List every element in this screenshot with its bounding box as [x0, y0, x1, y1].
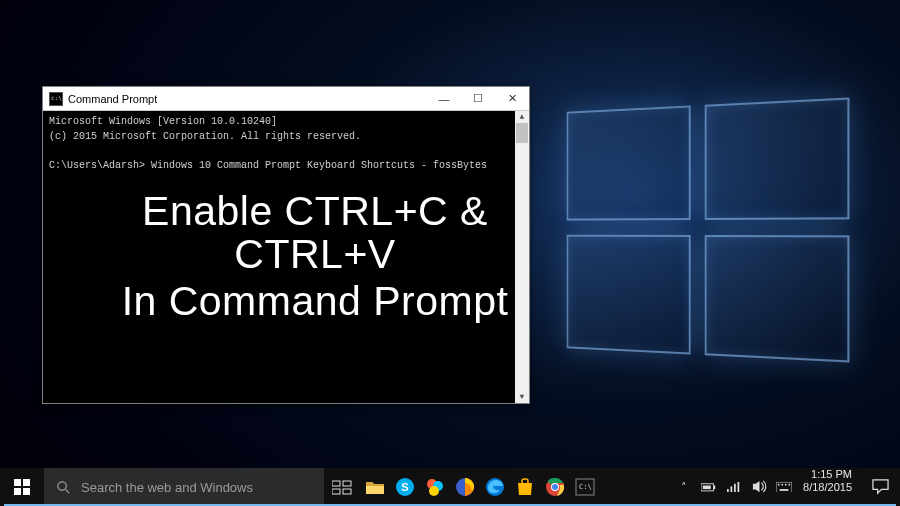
- minimize-button[interactable]: —: [427, 87, 461, 111]
- window-titlebar[interactable]: Command Prompt — ☐ ✕: [43, 87, 529, 111]
- terminal-line: [49, 144, 523, 159]
- svg-rect-7: [343, 481, 351, 486]
- svg-point-33: [781, 483, 783, 485]
- chrome-icon: [545, 477, 565, 497]
- volume-icon[interactable]: [750, 480, 768, 493]
- chrome-button[interactable]: [540, 477, 570, 497]
- svg-point-35: [789, 483, 791, 485]
- start-button[interactable]: [0, 468, 44, 506]
- svg-point-20: [552, 484, 558, 490]
- svg-point-4: [58, 481, 66, 489]
- caption-line-1: Enable CTRL+C & CTRL+V: [75, 190, 555, 276]
- svg-rect-29: [738, 482, 740, 493]
- photos-icon: [425, 477, 445, 497]
- maximize-button[interactable]: ☐: [461, 87, 495, 111]
- action-center-button[interactable]: [860, 468, 900, 506]
- svg-text:S: S: [401, 481, 408, 493]
- skype-icon: S: [395, 477, 415, 497]
- task-view-button[interactable]: [324, 468, 360, 506]
- svg-rect-3: [23, 488, 30, 495]
- overlay-caption: Enable CTRL+C & CTRL+V In Command Prompt: [75, 190, 555, 327]
- shopping-bag-icon: [515, 477, 535, 497]
- store-button[interactable]: [510, 477, 540, 497]
- svg-point-32: [778, 483, 780, 485]
- svg-rect-27: [731, 486, 733, 492]
- tray-chevron-up-icon[interactable]: ˄: [675, 481, 693, 494]
- windows-icon: [14, 479, 30, 495]
- svg-rect-1: [23, 479, 30, 486]
- svg-rect-6: [332, 481, 340, 486]
- svg-rect-24: [714, 485, 716, 489]
- file-explorer-button[interactable]: [360, 477, 390, 497]
- task-view-icon: [332, 479, 352, 495]
- cmd-icon: [49, 92, 63, 106]
- caption-line-2: In Command Prompt: [75, 276, 555, 327]
- clock-date: 8/18/2015: [803, 481, 852, 494]
- search-box[interactable]: Search the web and Windows: [44, 468, 324, 506]
- svg-point-14: [429, 486, 439, 496]
- search-icon: [56, 480, 71, 495]
- svg-rect-17: [522, 479, 528, 484]
- search-placeholder: Search the web and Windows: [81, 480, 253, 495]
- taskbar: Search the web and Windows S: [0, 468, 900, 506]
- close-button[interactable]: ✕: [495, 87, 529, 111]
- svg-rect-26: [727, 489, 729, 493]
- photos-button[interactable]: [420, 477, 450, 497]
- terminal-line: (c) 2015 Microsoft Corporation. All righ…: [49, 130, 523, 145]
- typed-command: Windows 10 Command Prompt Keyboard Short…: [145, 160, 487, 171]
- svg-rect-31: [780, 489, 789, 491]
- notification-icon: [872, 479, 889, 494]
- battery-icon[interactable]: [700, 482, 718, 493]
- window-title: Command Prompt: [68, 93, 427, 105]
- windows-logo-backdrop: [567, 97, 850, 362]
- taskbar-clock[interactable]: 1:15 PM 8/18/2015: [799, 468, 860, 506]
- taskbar-spacer: [600, 468, 669, 506]
- terminal-prompt-line: C:\Users\Adarsh> Windows 10 Command Prom…: [49, 159, 523, 174]
- edge-button[interactable]: [480, 477, 510, 497]
- terminal-line: Microsoft Windows [Version 10.0.10240]: [49, 115, 523, 130]
- prompt-path: C:\Users\Adarsh>: [49, 160, 145, 171]
- network-icon[interactable]: [725, 482, 743, 493]
- svg-rect-9: [343, 489, 351, 494]
- svg-rect-2: [14, 488, 21, 495]
- keyboard-icon[interactable]: [775, 482, 793, 493]
- firefox-icon: [455, 477, 475, 497]
- cmd-taskbar-button[interactable]: C:\: [570, 477, 600, 497]
- folder-icon: [365, 477, 385, 497]
- svg-line-5: [66, 489, 70, 493]
- svg-rect-25: [703, 485, 711, 489]
- svg-rect-8: [332, 489, 340, 494]
- edge-icon: [485, 477, 505, 497]
- scroll-thumb[interactable]: [516, 123, 528, 143]
- scroll-up-button[interactable]: ▲: [515, 111, 529, 123]
- firefox-button[interactable]: [450, 477, 480, 497]
- svg-rect-0: [14, 479, 21, 486]
- svg-rect-28: [734, 484, 736, 493]
- clock-time: 1:15 PM: [803, 468, 852, 481]
- system-tray[interactable]: ˄: [669, 468, 799, 506]
- terminal-icon: C:\: [575, 477, 595, 497]
- svg-text:C:\: C:\: [579, 483, 592, 491]
- scroll-down-button[interactable]: ▼: [515, 391, 529, 403]
- skype-button[interactable]: S: [390, 477, 420, 497]
- svg-point-34: [785, 483, 787, 485]
- svg-rect-30: [776, 482, 792, 493]
- pinned-apps: S C:\: [360, 468, 600, 506]
